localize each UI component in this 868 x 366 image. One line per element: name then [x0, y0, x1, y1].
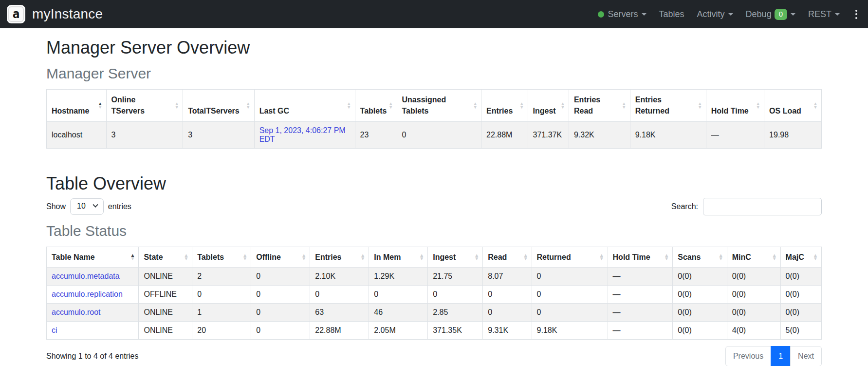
- sort-desc-icon: ▼: [388, 105, 393, 108]
- col-os-load[interactable]: OS Load▲▼: [764, 90, 822, 121]
- logo-letter: a: [13, 8, 19, 20]
- table-link[interactable]: ci: [52, 326, 57, 334]
- pagination-page-1[interactable]: 1: [771, 346, 791, 366]
- nav-servers-dropdown[interactable]: Servers: [598, 9, 646, 19]
- sort-icons: ▲▼: [360, 254, 365, 260]
- sort-desc-icon: ▼: [622, 105, 627, 108]
- sort-icons: ▲▼: [560, 102, 565, 108]
- sort-icons: ▲▼: [130, 254, 135, 260]
- state-cell: OFFLINE: [139, 285, 192, 303]
- sort-icons: ▲▼: [622, 102, 627, 108]
- chevron-down-icon: [642, 13, 646, 16]
- sort-desc-icon: ▼: [560, 105, 565, 108]
- sort-icons: ▲▼: [419, 254, 424, 260]
- page-length-control: Show 10 entries: [46, 198, 131, 215]
- col-offline[interactable]: Offline▲▼: [251, 247, 310, 267]
- col-hostname[interactable]: Hostname▲▼: [47, 90, 107, 121]
- sort-icons: ▲▼: [599, 254, 604, 260]
- sort-desc-icon: ▼: [347, 105, 351, 108]
- col-hold-time[interactable]: Hold Time▲▼: [706, 90, 764, 121]
- sort-desc-icon: ▼: [242, 257, 247, 260]
- sort-icons: ▲▼: [719, 254, 723, 260]
- sort-icons: ▲▼: [473, 102, 478, 108]
- table-link[interactable]: accumulo.root: [52, 308, 101, 316]
- sort-desc-icon: ▼: [813, 105, 818, 108]
- manager-server-heading: Manager Server: [46, 65, 822, 82]
- sort-desc-icon: ▼: [519, 105, 524, 108]
- col-state[interactable]: State▲▼: [139, 247, 192, 267]
- state-cell: ONLINE: [139, 267, 192, 285]
- pagination: Previous 1 Next: [726, 346, 822, 366]
- sort-desc-icon: ▼: [360, 257, 365, 260]
- sort-icons: ▲▼: [388, 102, 393, 108]
- last-gc-link[interactable]: Sep 1, 2023, 4:06:27 PM EDT: [259, 126, 346, 143]
- instance-name[interactable]: myInstance: [32, 6, 103, 22]
- table-status-table: Table Name▲▼ State▲▼ Tablets▲▼ Offline▲▼…: [46, 247, 822, 340]
- col-entries[interactable]: Entries▲▼: [481, 90, 528, 121]
- table-link[interactable]: accumulo.replication: [52, 290, 123, 298]
- col-last-gc[interactable]: Last GC▲▼: [254, 90, 355, 121]
- nav-activity-dropdown[interactable]: Activity: [697, 9, 733, 19]
- sort-desc-icon: ▼: [473, 105, 478, 108]
- col-entries[interactable]: Entries▲▼: [310, 247, 369, 267]
- state-cell: ONLINE: [139, 321, 192, 339]
- sort-icons: ▲▼: [347, 102, 351, 108]
- table-row: accumulo.root ONLINE 1 0 63 46 2.85 0 0 …: [47, 303, 822, 321]
- sort-icons: ▲▼: [772, 254, 777, 260]
- sort-desc-icon: ▼: [98, 105, 103, 108]
- overflow-menu-icon[interactable]: [852, 8, 860, 21]
- sort-desc-icon: ▼: [301, 257, 306, 260]
- sort-icons: ▲▼: [174, 102, 179, 108]
- accumulo-logo-icon[interactable]: a: [7, 5, 25, 23]
- state-cell: ONLINE: [139, 303, 192, 321]
- page-title: Manager Server Overview: [46, 37, 822, 58]
- table-row: accumulo.replication OFFLINE 0 0 0 0 0 0…: [47, 285, 822, 303]
- table-overview-title: Table Overview: [46, 173, 822, 194]
- col-hold-time[interactable]: Hold Time▲▼: [608, 247, 673, 267]
- chevron-down-icon: [835, 13, 840, 16]
- sort-icons: ▲▼: [242, 254, 247, 260]
- pagination-next[interactable]: Next: [790, 346, 822, 366]
- col-returned[interactable]: Returned▲▼: [532, 247, 608, 267]
- manager-row: localhost 3 3 Sep 1, 2023, 4:06:27 PM ED…: [47, 121, 822, 148]
- col-tablets[interactable]: Tablets▲▼: [355, 90, 397, 121]
- col-entries-returned[interactable]: Entries Returned▲▼: [630, 90, 706, 121]
- col-read[interactable]: Read▲▼: [483, 247, 532, 267]
- sort-desc-icon: ▼: [664, 257, 669, 260]
- page-length-select[interactable]: 10: [70, 198, 104, 215]
- col-total-tservers[interactable]: TotalTServers▲▼: [183, 90, 254, 121]
- debug-count-badge: 0: [775, 9, 787, 20]
- sort-desc-icon: ▼: [474, 257, 479, 260]
- col-scans[interactable]: Scans▲▼: [673, 247, 727, 267]
- sort-icons: ▲▼: [813, 102, 818, 108]
- chevron-down-icon: [791, 13, 795, 16]
- col-minc[interactable]: MinC▲▼: [727, 247, 780, 267]
- chevron-down-icon: [728, 13, 733, 16]
- col-entries-read[interactable]: Entries Read▲▼: [569, 90, 630, 121]
- col-unassigned-tablets[interactable]: Unassigned Tablets▲▼: [397, 90, 481, 121]
- sort-icons: ▲▼: [813, 254, 818, 260]
- pagination-previous[interactable]: Previous: [725, 346, 771, 366]
- col-ingest[interactable]: Ingest▲▼: [528, 90, 569, 121]
- manager-server-table: Hostname▲▼ Online TServers▲▼ TotalTServe…: [46, 89, 822, 148]
- sort-icons: ▲▼: [301, 254, 306, 260]
- search-label: Search:: [671, 202, 698, 211]
- nav-rest-dropdown[interactable]: REST: [808, 9, 840, 19]
- col-tablets[interactable]: Tablets▲▼: [192, 247, 251, 267]
- nav-debug-dropdown[interactable]: Debug 0: [746, 9, 795, 20]
- search-input[interactable]: [703, 198, 822, 215]
- sort-desc-icon: ▼: [698, 105, 702, 108]
- col-majc[interactable]: MajC▲▼: [780, 247, 821, 267]
- nav-tables-link[interactable]: Tables: [659, 9, 684, 19]
- sort-icons: ▲▼: [98, 102, 103, 108]
- col-table-name[interactable]: Table Name▲▼: [47, 247, 139, 267]
- col-in-mem[interactable]: In Mem▲▼: [369, 247, 428, 267]
- sort-desc-icon: ▼: [174, 105, 179, 108]
- col-ingest[interactable]: Ingest▲▼: [428, 247, 483, 267]
- table-info-text: Showing 1 to 4 of 4 entries: [46, 352, 138, 361]
- table-link[interactable]: accumulo.metadata: [52, 272, 120, 280]
- sort-desc-icon: ▼: [599, 257, 604, 260]
- sort-desc-icon: ▼: [523, 257, 528, 260]
- sort-icons: ▲▼: [698, 102, 702, 108]
- col-online-tservers[interactable]: Online TServers▲▼: [106, 90, 183, 121]
